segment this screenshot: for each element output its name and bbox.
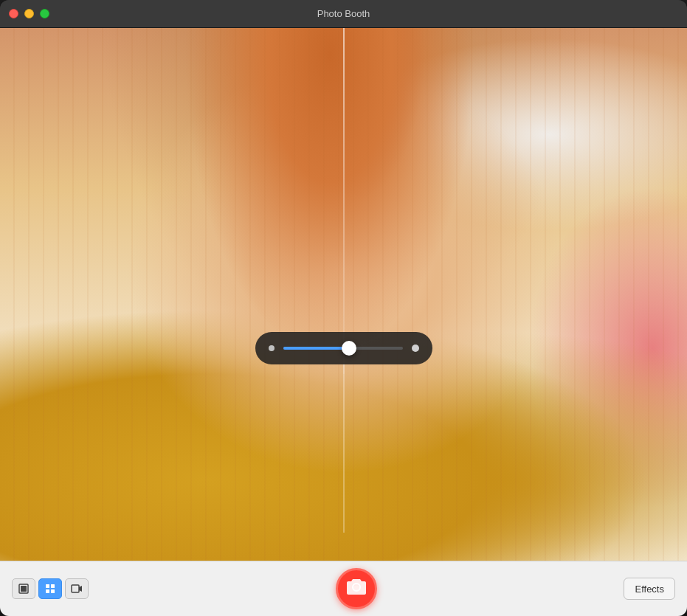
minimize-button[interactable] — [24, 9, 34, 18]
slider-track[interactable] — [283, 347, 403, 350]
slider-thumb[interactable] — [342, 341, 356, 356]
single-view-icon — [18, 583, 30, 595]
shutter-button[interactable] — [336, 568, 377, 609]
titlebar: Photo Booth — [0, 0, 687, 28]
four-view-icon — [44, 583, 56, 595]
svg-rect-4 — [46, 589, 49, 593]
window-title: Photo Booth — [317, 8, 370, 19]
slider-max-icon — [412, 345, 419, 352]
photo-booth-window: Photo Booth — [0, 0, 687, 616]
video-icon — [71, 583, 83, 595]
slider-min-icon — [269, 345, 275, 351]
squeeze-slider-container — [255, 332, 432, 364]
view-mode-controls — [12, 578, 89, 599]
svg-rect-5 — [51, 589, 55, 593]
svg-rect-2 — [46, 584, 49, 588]
window-controls — [9, 9, 49, 18]
four-photo-button[interactable] — [38, 578, 62, 599]
photo-area — [0, 28, 687, 561]
toolbar: Effects — [0, 561, 687, 616]
single-photo-button[interactable] — [12, 578, 35, 599]
maximize-button[interactable] — [40, 9, 49, 18]
close-button[interactable] — [9, 9, 18, 18]
slider-fill — [283, 347, 349, 350]
effects-button[interactable]: Effects — [624, 578, 675, 600]
svg-point-8 — [353, 586, 359, 591]
slider-to-shutter-line — [343, 364, 345, 533]
svg-rect-6 — [72, 585, 79, 592]
svg-rect-3 — [51, 584, 55, 588]
center-divider-line — [343, 28, 345, 374]
video-button[interactable] — [65, 578, 89, 599]
camera-view — [0, 28, 687, 561]
svg-rect-1 — [21, 586, 27, 592]
camera-icon — [347, 578, 366, 599]
